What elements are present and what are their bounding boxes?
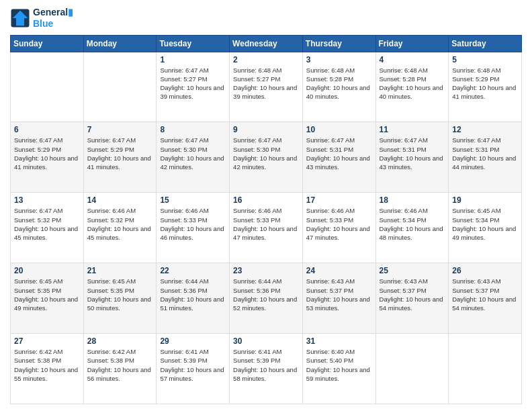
calendar-cell: 20Sunrise: 6:45 AM Sunset: 5:35 PM Dayli…	[11, 263, 84, 334]
day-number: 8	[160, 125, 226, 134]
day-info: Sunrise: 6:44 AM Sunset: 5:36 PM Dayligh…	[233, 277, 299, 312]
day-number: 24	[306, 266, 372, 275]
day-number: 16	[233, 195, 299, 205]
day-info: Sunrise: 6:43 AM Sunset: 5:37 PM Dayligh…	[380, 277, 445, 312]
day-number: 31	[306, 336, 372, 346]
calendar-cell: 23Sunrise: 6:44 AM Sunset: 5:36 PM Dayli…	[230, 263, 303, 334]
day-number: 4	[380, 55, 445, 64]
day-info: Sunrise: 6:45 AM Sunset: 5:34 PM Dayligh…	[452, 206, 518, 242]
calendar-week-row: 27Sunrise: 6:42 AM Sunset: 5:38 PM Dayli…	[11, 334, 522, 404]
logo: General▮ Blue	[10, 7, 73, 30]
calendar-cell: 31Sunrise: 6:40 AM Sunset: 5:40 PM Dayli…	[302, 334, 375, 404]
col-header-sunday: Sunday	[11, 35, 84, 52]
calendar-cell: 9Sunrise: 6:47 AM Sunset: 5:30 PM Daylig…	[230, 122, 303, 193]
day-info: Sunrise: 6:47 AM Sunset: 5:29 PM Dayligh…	[87, 136, 153, 171]
day-number: 7	[87, 125, 153, 134]
col-header-wednesday: Wednesday	[230, 35, 303, 52]
day-info: Sunrise: 6:46 AM Sunset: 5:33 PM Dayligh…	[233, 206, 299, 242]
calendar-cell: 13Sunrise: 6:47 AM Sunset: 5:32 PM Dayli…	[11, 193, 84, 263]
day-number: 20	[14, 266, 80, 275]
calendar-cell: 15Sunrise: 6:46 AM Sunset: 5:33 PM Dayli…	[157, 193, 230, 263]
day-number: 11	[380, 125, 445, 134]
day-number: 14	[87, 195, 153, 205]
day-info: Sunrise: 6:46 AM Sunset: 5:34 PM Dayligh…	[380, 206, 445, 242]
day-info: Sunrise: 6:47 AM Sunset: 5:30 PM Dayligh…	[233, 136, 299, 171]
calendar-cell: 6Sunrise: 6:47 AM Sunset: 5:29 PM Daylig…	[11, 122, 84, 193]
calendar-cell: 25Sunrise: 6:43 AM Sunset: 5:37 PM Dayli…	[375, 263, 449, 334]
day-number: 23	[233, 266, 299, 275]
calendar-cell: 11Sunrise: 6:47 AM Sunset: 5:31 PM Dayli…	[375, 122, 449, 193]
day-info: Sunrise: 6:45 AM Sunset: 5:35 PM Dayligh…	[14, 277, 80, 312]
page-header: General▮ Blue	[10, 7, 522, 30]
calendar-week-row: 13Sunrise: 6:47 AM Sunset: 5:32 PM Dayli…	[11, 193, 522, 263]
day-number: 15	[160, 195, 226, 205]
day-info: Sunrise: 6:41 AM Sunset: 5:39 PM Dayligh…	[233, 347, 299, 383]
day-number: 27	[14, 336, 80, 346]
day-info: Sunrise: 6:47 AM Sunset: 5:31 PM Dayligh…	[306, 136, 372, 171]
calendar-cell: 22Sunrise: 6:44 AM Sunset: 5:36 PM Dayli…	[157, 263, 230, 334]
day-info: Sunrise: 6:48 AM Sunset: 5:27 PM Dayligh…	[233, 66, 299, 101]
logo-icon	[10, 8, 30, 28]
calendar-cell: 14Sunrise: 6:46 AM Sunset: 5:32 PM Dayli…	[83, 193, 157, 263]
calendar-cell: 5Sunrise: 6:48 AM Sunset: 5:29 PM Daylig…	[449, 52, 522, 122]
calendar-cell: 2Sunrise: 6:48 AM Sunset: 5:27 PM Daylig…	[230, 52, 303, 122]
day-info: Sunrise: 6:48 AM Sunset: 5:28 PM Dayligh…	[306, 66, 372, 101]
calendar-cell: 24Sunrise: 6:43 AM Sunset: 5:37 PM Dayli…	[302, 263, 375, 334]
col-header-monday: Monday	[83, 35, 157, 52]
calendar-cell: 21Sunrise: 6:45 AM Sunset: 5:35 PM Dayli…	[83, 263, 157, 334]
page-container: General▮ Blue SundayMondayTuesdayWednesd…	[0, 0, 532, 411]
day-info: Sunrise: 6:48 AM Sunset: 5:28 PM Dayligh…	[380, 66, 445, 101]
calendar-week-row: 20Sunrise: 6:45 AM Sunset: 5:35 PM Dayli…	[11, 263, 522, 334]
col-header-saturday: Saturday	[449, 35, 522, 52]
day-number: 13	[14, 195, 80, 205]
calendar-cell	[83, 52, 157, 122]
day-number: 6	[14, 125, 80, 134]
calendar-cell: 12Sunrise: 6:47 AM Sunset: 5:31 PM Dayli…	[449, 122, 522, 193]
day-info: Sunrise: 6:47 AM Sunset: 5:29 PM Dayligh…	[14, 136, 80, 171]
calendar-cell: 17Sunrise: 6:46 AM Sunset: 5:33 PM Dayli…	[302, 193, 375, 263]
calendar-cell: 26Sunrise: 6:43 AM Sunset: 5:37 PM Dayli…	[449, 263, 522, 334]
day-info: Sunrise: 6:47 AM Sunset: 5:31 PM Dayligh…	[452, 136, 518, 171]
day-number: 22	[160, 266, 226, 275]
day-number: 1	[160, 55, 226, 64]
day-number: 10	[306, 125, 372, 134]
day-info: Sunrise: 6:47 AM Sunset: 5:30 PM Dayligh…	[160, 136, 226, 171]
day-number: 30	[233, 336, 299, 346]
day-number: 25	[380, 266, 445, 275]
day-info: Sunrise: 6:47 AM Sunset: 5:32 PM Dayligh…	[14, 206, 80, 242]
day-info: Sunrise: 6:42 AM Sunset: 5:38 PM Dayligh…	[14, 347, 80, 383]
calendar-cell: 28Sunrise: 6:42 AM Sunset: 5:38 PM Dayli…	[83, 334, 157, 404]
day-info: Sunrise: 6:45 AM Sunset: 5:35 PM Dayligh…	[87, 277, 153, 312]
calendar-cell: 3Sunrise: 6:48 AM Sunset: 5:28 PM Daylig…	[302, 52, 375, 122]
day-number: 18	[380, 195, 445, 205]
day-number: 28	[87, 336, 153, 346]
day-info: Sunrise: 6:43 AM Sunset: 5:37 PM Dayligh…	[452, 277, 518, 312]
day-info: Sunrise: 6:40 AM Sunset: 5:40 PM Dayligh…	[306, 347, 372, 383]
day-info: Sunrise: 6:46 AM Sunset: 5:33 PM Dayligh…	[160, 206, 226, 242]
day-number: 21	[87, 266, 153, 275]
day-info: Sunrise: 6:43 AM Sunset: 5:37 PM Dayligh…	[306, 277, 372, 312]
calendar-cell: 30Sunrise: 6:41 AM Sunset: 5:39 PM Dayli…	[230, 334, 303, 404]
day-number: 19	[452, 195, 518, 205]
day-info: Sunrise: 6:47 AM Sunset: 5:27 PM Dayligh…	[160, 66, 226, 101]
calendar-cell: 1Sunrise: 6:47 AM Sunset: 5:27 PM Daylig…	[157, 52, 230, 122]
day-number: 2	[233, 55, 299, 64]
calendar-cell: 29Sunrise: 6:41 AM Sunset: 5:39 PM Dayli…	[157, 334, 230, 404]
calendar-cell	[375, 334, 449, 404]
day-number: 17	[306, 195, 372, 205]
calendar-table: SundayMondayTuesdayWednesdayThursdayFrid…	[10, 35, 522, 404]
day-number: 12	[452, 125, 518, 134]
day-number: 3	[306, 55, 372, 64]
day-number: 29	[160, 336, 226, 346]
day-number: 26	[452, 266, 518, 275]
day-info: Sunrise: 6:47 AM Sunset: 5:31 PM Dayligh…	[380, 136, 445, 171]
calendar-cell	[449, 334, 522, 404]
calendar-cell: 7Sunrise: 6:47 AM Sunset: 5:29 PM Daylig…	[83, 122, 157, 193]
calendar-cell: 19Sunrise: 6:45 AM Sunset: 5:34 PM Dayli…	[449, 193, 522, 263]
day-info: Sunrise: 6:48 AM Sunset: 5:29 PM Dayligh…	[452, 66, 518, 101]
col-header-friday: Friday	[375, 35, 449, 52]
calendar-cell: 18Sunrise: 6:46 AM Sunset: 5:34 PM Dayli…	[375, 193, 449, 263]
calendar-cell: 8Sunrise: 6:47 AM Sunset: 5:30 PM Daylig…	[157, 122, 230, 193]
calendar-cell: 10Sunrise: 6:47 AM Sunset: 5:31 PM Dayli…	[302, 122, 375, 193]
day-info: Sunrise: 6:42 AM Sunset: 5:38 PM Dayligh…	[87, 347, 153, 383]
